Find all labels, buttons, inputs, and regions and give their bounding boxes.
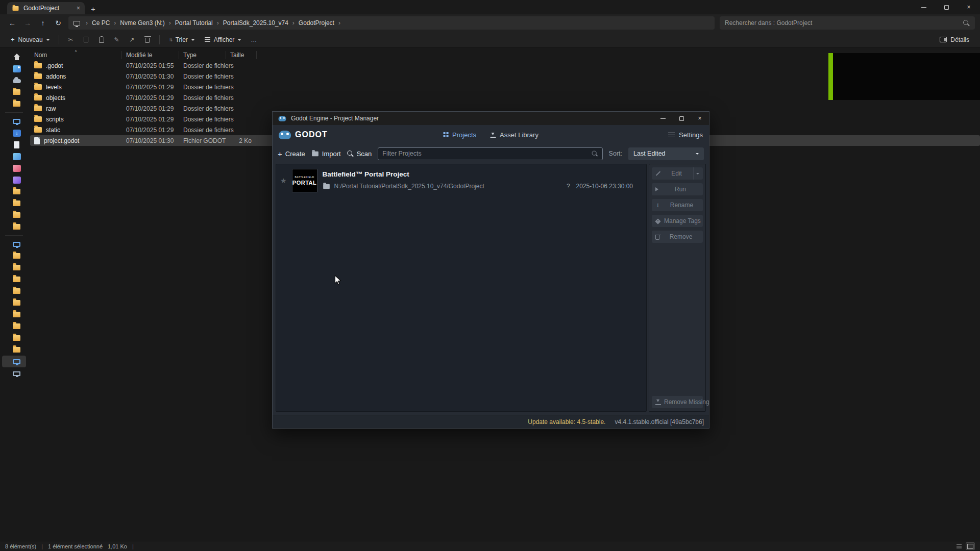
tab-projects[interactable]: Projects (443, 131, 476, 139)
sidebar-item-folder[interactable] (2, 273, 26, 285)
breadcrumb-separator-icon: › (337, 19, 342, 27)
sidebar-item-music[interactable] (2, 162, 26, 174)
sidebar-item-folder[interactable] (2, 297, 26, 309)
search-icon[interactable] (963, 20, 970, 27)
share-button[interactable]: ↗ (125, 33, 139, 46)
godot-title-bar[interactable]: Godot Engine - Project Manager × (273, 112, 709, 125)
settings-button[interactable]: Settings (668, 131, 703, 139)
manage-tags-button[interactable]: Manage Tags (652, 215, 703, 227)
sidebar-item-folder[interactable] (2, 86, 26, 98)
breadcrumb[interactable]: › Ce PC›Nvme Gen3 (N:)›Portal Tutorial›P… (68, 16, 715, 30)
breadcrumb-item[interactable]: PortalSdk_2025.10_v74 (222, 19, 290, 27)
sidebar-item-folder[interactable] (2, 197, 26, 209)
file-type: Dossier de fichiers (179, 105, 226, 112)
sidebar-item-folder[interactable] (2, 309, 26, 320)
sidebar-item-desktop[interactable] (2, 115, 26, 127)
paste-button[interactable] (94, 33, 109, 46)
remove-missing-button[interactable]: Remove Missing (652, 396, 703, 408)
sidebar-item-folder[interactable] (2, 320, 26, 332)
column-header-type[interactable]: Type (179, 51, 226, 59)
copy-button[interactable] (79, 33, 93, 46)
tab-close-icon[interactable]: × (77, 5, 80, 12)
sidebar-item-documents[interactable] (2, 139, 26, 151)
sidebar-item-folder[interactable] (2, 332, 26, 344)
sidebar-item-folder[interactable] (2, 285, 26, 297)
sidebar-item-desktop[interactable] (2, 356, 26, 367)
minimize-button[interactable] (913, 0, 935, 14)
back-button[interactable]: ← (5, 16, 19, 30)
file-name: objects (46, 94, 65, 102)
sidebar-item-pictures[interactable] (2, 151, 26, 162)
new-button[interactable]: + Nouveau (6, 33, 54, 46)
sidebar-item-pc[interactable] (2, 238, 26, 250)
file-type: Dossier de fichiers (179, 127, 226, 134)
sidebar-item-folder[interactable] (2, 221, 26, 233)
maximize-button[interactable] (935, 0, 958, 14)
sidebar-item-folder[interactable] (2, 250, 26, 262)
sidebar-item-folder[interactable] (2, 98, 26, 110)
godot-maximize-button[interactable] (672, 112, 691, 125)
folder-icon (13, 347, 20, 353)
new-tab-button[interactable]: + (91, 5, 95, 13)
edit-button[interactable]: Edit (652, 167, 703, 180)
sidebar-item-network[interactable] (2, 367, 26, 379)
breadcrumb-item[interactable]: GodotProject (297, 19, 336, 27)
scan-button[interactable]: Scan (347, 150, 372, 158)
breadcrumb-item[interactable]: Portal Tutorial (174, 19, 214, 27)
godot-close-button[interactable]: × (691, 112, 709, 125)
downloads-icon (13, 130, 21, 137)
column-header-nom[interactable]: Nom (30, 51, 122, 59)
sidebar-item-home[interactable] (2, 51, 26, 63)
godot-app-icon (279, 116, 286, 121)
explorer-search-input[interactable] (725, 19, 959, 27)
sidebar-item-gallery[interactable] (2, 63, 26, 74)
update-available-link[interactable]: Update available: 4.5-stable. (528, 418, 605, 425)
column-header-modifi-le[interactable]: Modifié le (122, 51, 179, 59)
maximize-icon (944, 5, 949, 10)
rename-button[interactable]: Rename (652, 199, 703, 211)
sidebar-item-videos[interactable] (2, 174, 26, 186)
chevron-down-icon[interactable] (693, 167, 699, 180)
sort-dropdown[interactable]: Last Edited (628, 147, 704, 160)
run-button[interactable]: Run (652, 183, 703, 195)
breadcrumb-item[interactable]: Ce PC (90, 19, 111, 27)
desktop-icon (13, 119, 20, 124)
sidebar-item-downloads[interactable] (2, 127, 26, 139)
details-view-toggle[interactable] (966, 542, 975, 550)
tab-asset-library[interactable]: Asset Library (491, 131, 538, 139)
remove-button[interactable]: Remove (652, 231, 703, 243)
sidebar-item-folder[interactable] (2, 344, 26, 356)
project-entry[interactable]: ★ BATTLEFIELD PORTAL Battlefield™ Portal… (276, 164, 646, 197)
version-label[interactable]: v4.4.1.stable.official [49a5bc7b6] (615, 418, 704, 425)
view-button[interactable]: Afficher (200, 33, 246, 46)
rename-button[interactable]: ✎ (110, 33, 124, 46)
up-button[interactable]: ↑ (36, 16, 50, 30)
project-subrow: N:/Portal Tutorial/PortalSdk_2025.10_v74… (323, 183, 642, 190)
import-button[interactable]: Import (311, 150, 341, 158)
column-header-taille[interactable]: Taille (226, 51, 257, 59)
cut-button[interactable]: ✂ (64, 33, 78, 46)
network-icon (13, 371, 20, 376)
refresh-button[interactable]: ↻ (51, 16, 65, 30)
sidebar-item-onedrive[interactable] (2, 74, 26, 86)
list-view-toggle[interactable] (954, 542, 964, 550)
create-button[interactable]: + Create (278, 150, 305, 158)
sort-button[interactable]: ↑↓ Trier (164, 33, 199, 46)
filter-projects-box[interactable] (378, 147, 602, 160)
breadcrumb-item[interactable]: Nvme Gen3 (N:) (118, 19, 166, 27)
explorer-tab[interactable]: GodotProject × (7, 2, 85, 14)
forward-button[interactable]: → (20, 16, 35, 30)
explorer-search-box[interactable] (720, 16, 975, 30)
sidebar-item-folder[interactable] (2, 209, 26, 221)
favorite-star-icon[interactable]: ★ (280, 177, 287, 185)
godot-minimize-button[interactable] (654, 112, 672, 125)
more-options-button[interactable]: … (247, 33, 261, 46)
file-type: Dossier de fichiers (179, 62, 226, 69)
sidebar-item-folder[interactable] (2, 262, 26, 273)
delete-button[interactable] (140, 33, 155, 46)
folder-icon (34, 73, 42, 79)
filter-projects-input[interactable] (382, 150, 588, 157)
sidebar-item-folder[interactable] (2, 186, 26, 197)
details-pane-button[interactable]: Détails (935, 33, 974, 46)
close-button[interactable]: × (958, 0, 980, 14)
